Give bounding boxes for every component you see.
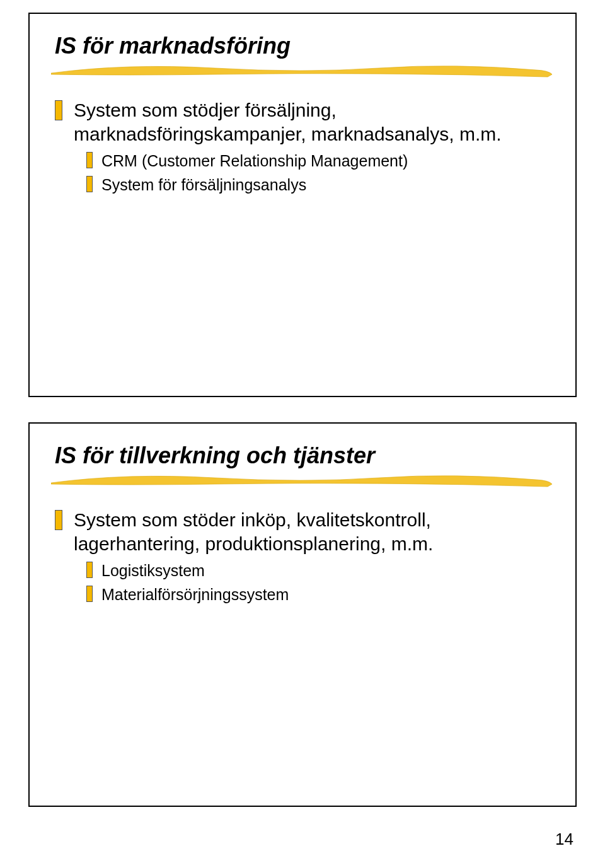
bullet-bar-icon <box>55 510 62 530</box>
bullet-bar-icon <box>55 100 62 120</box>
bullet-level1: System som stödjer försäljning, marknads… <box>55 98 550 147</box>
bullet-bar-icon <box>86 176 93 192</box>
bullet-level2: CRM (Customer Relationship Management) <box>55 151 550 171</box>
bullet-text: System som stöder inköp, kvalitetskontro… <box>74 508 550 557</box>
title-underline <box>55 62 550 79</box>
page-number: 14 <box>555 830 573 849</box>
bullet-text: Logistiksystem <box>101 560 205 581</box>
title-underline <box>55 472 550 489</box>
bullet-bar-icon <box>86 152 93 168</box>
slide-title: IS för tillverkning och tjänster <box>55 443 550 469</box>
bullet-level2: System för försäljningsanalys <box>55 175 550 195</box>
bullet-text: Materialförsörjningssystem <box>101 584 289 605</box>
bullet-text: System för försäljningsanalys <box>101 175 306 195</box>
bullet-bar-icon <box>86 586 93 602</box>
bullet-text: CRM (Customer Relationship Management) <box>101 151 408 171</box>
slide-1: IS för marknadsföring System som stödjer… <box>28 13 577 397</box>
bullet-text: System som stödjer försäljning, marknads… <box>74 98 550 147</box>
bullet-level2: Materialförsörjningssystem <box>55 584 550 605</box>
bullet-bar-icon <box>86 562 93 578</box>
bullet-level2: Logistiksystem <box>55 560 550 581</box>
slide-title: IS för marknadsföring <box>55 33 550 59</box>
slide-2: IS för tillverkning och tjänster System … <box>28 422 577 807</box>
bullet-level1: System som stöder inköp, kvalitetskontro… <box>55 508 550 557</box>
